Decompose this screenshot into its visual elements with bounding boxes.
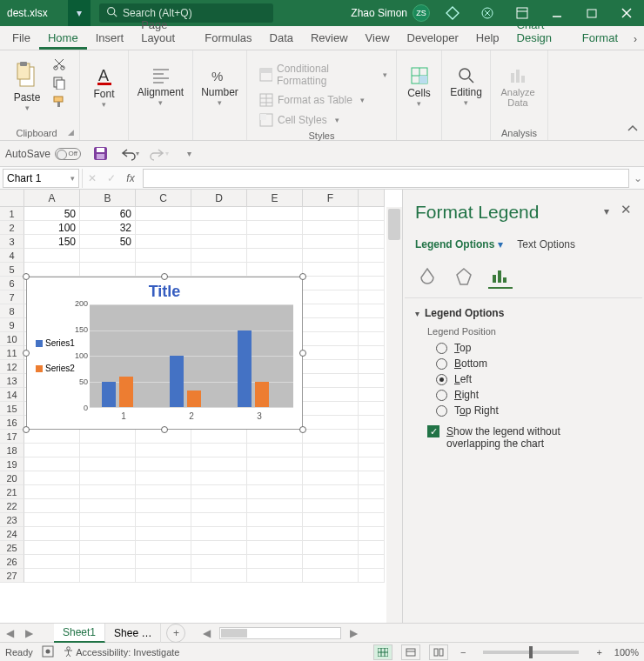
tab-chart-design[interactable]: Chart Design [508, 14, 574, 50]
cell[interactable] [24, 263, 80, 277]
cell[interactable] [191, 471, 247, 485]
cell[interactable] [191, 263, 247, 277]
cell[interactable] [303, 290, 359, 304]
maximize-button[interactable] [574, 0, 609, 26]
row-header[interactable]: 9 [0, 318, 24, 332]
conditional-formatting-button[interactable]: Conditional Formatting [256, 61, 391, 89]
tab-home[interactable]: Home [39, 27, 87, 50]
col-header[interactable]: B [80, 190, 136, 207]
save-dropdown[interactable]: ▾ [68, 0, 91, 26]
cell[interactable] [24, 485, 80, 499]
cell[interactable] [303, 457, 359, 471]
cell[interactable] [191, 485, 247, 499]
cell[interactable] [247, 555, 303, 569]
cell[interactable] [136, 471, 191, 485]
cell[interactable] [303, 513, 359, 527]
cut-icon[interactable] [52, 57, 66, 73]
cell[interactable] [80, 555, 136, 569]
cell[interactable]: 60 [80, 207, 136, 221]
cell[interactable] [80, 263, 136, 277]
cell[interactable] [247, 527, 303, 541]
tab-insert[interactable]: Insert [87, 27, 133, 50]
cell[interactable] [303, 527, 359, 541]
cell[interactable] [303, 277, 359, 290]
chart-plot-area[interactable]: 200150100500 123 [90, 304, 293, 407]
cell[interactable] [136, 499, 191, 513]
cell[interactable]: 50 [24, 207, 80, 221]
format-painter-icon[interactable] [52, 95, 66, 111]
coming-soon-icon[interactable] [470, 0, 505, 26]
cell[interactable] [247, 541, 303, 555]
cell[interactable] [303, 569, 359, 583]
close-button[interactable] [609, 0, 644, 26]
cell[interactable] [247, 207, 303, 221]
tab-view[interactable]: View [357, 27, 399, 50]
zoom-slider[interactable] [483, 651, 579, 654]
cell[interactable] [136, 541, 191, 555]
zoom-level[interactable]: 100% [614, 647, 639, 658]
horizontal-scrollbar[interactable] [219, 627, 341, 639]
cell[interactable] [191, 207, 247, 221]
cell[interactable] [191, 527, 247, 541]
cell[interactable] [303, 485, 359, 499]
bar[interactable] [255, 382, 269, 408]
user-account[interactable]: Zhao Simon ZS [351, 4, 430, 22]
add-sheet-button[interactable]: + [166, 624, 185, 643]
chart-object[interactable]: Title Series1 Series2 200150100500 123 [26, 277, 303, 430]
tab-page-layout[interactable]: Page Layout [132, 14, 196, 50]
save-icon[interactable] [90, 144, 111, 164]
row-header[interactable]: 27 [0, 569, 24, 583]
cell[interactable] [303, 430, 359, 444]
cell[interactable] [191, 457, 247, 471]
cell[interactable] [303, 221, 359, 235]
legend-options-icon[interactable] [488, 264, 513, 289]
accessibility-status[interactable]: Accessibility: Investigate [63, 646, 180, 658]
cell[interactable] [303, 402, 359, 416]
row-header[interactable]: 17 [0, 430, 24, 444]
row-header[interactable]: 20 [0, 471, 24, 485]
row-header[interactable]: 14 [0, 388, 24, 402]
cancel-fx-icon[interactable]: ✕ [83, 172, 102, 184]
cell[interactable] [303, 318, 359, 332]
tab-data[interactable]: Data [261, 27, 302, 50]
legend-options-tab[interactable]: Legend Options ▾ [415, 238, 503, 250]
row-header[interactable]: 22 [0, 499, 24, 513]
cell[interactable] [191, 249, 247, 263]
cell[interactable]: 100 [24, 221, 80, 235]
cell[interactable] [191, 499, 247, 513]
tab-developer[interactable]: Developer [399, 27, 467, 50]
cell[interactable] [24, 457, 80, 471]
cell[interactable] [24, 555, 80, 569]
cell[interactable] [303, 541, 359, 555]
row-header[interactable]: 6 [0, 277, 24, 290]
row-header[interactable]: 21 [0, 485, 24, 499]
cell[interactable] [191, 444, 247, 457]
cell[interactable] [303, 499, 359, 513]
col-header[interactable]: F [303, 190, 359, 207]
cell[interactable] [303, 346, 359, 360]
overlap-checkbox[interactable]: ✓ Show the legend without overlapping th… [427, 425, 632, 450]
cell[interactable] [136, 207, 191, 221]
cell[interactable] [80, 471, 136, 485]
cell[interactable] [303, 263, 359, 277]
cell[interactable] [80, 430, 136, 444]
cell[interactable] [80, 499, 136, 513]
close-pane-icon[interactable]: ✕ [621, 202, 632, 217]
tab-file[interactable]: File [3, 27, 39, 50]
tab-review[interactable]: Review [302, 27, 357, 50]
cell[interactable] [303, 555, 359, 569]
cell[interactable] [136, 457, 191, 471]
cell[interactable] [191, 430, 247, 444]
row-header[interactable]: 8 [0, 304, 24, 318]
cell[interactable] [24, 249, 80, 263]
cell[interactable] [303, 374, 359, 388]
zoom-out-button[interactable]: − [457, 647, 469, 658]
col-header[interactable]: E [247, 190, 303, 207]
effects-icon[interactable] [452, 264, 476, 289]
cell[interactable]: 32 [80, 221, 136, 235]
cell[interactable] [303, 249, 359, 263]
cell[interactable] [303, 388, 359, 402]
sheet-nav-prev[interactable]: ◀ [0, 627, 19, 639]
cell[interactable] [191, 541, 247, 555]
normal-view-icon[interactable] [373, 644, 392, 660]
